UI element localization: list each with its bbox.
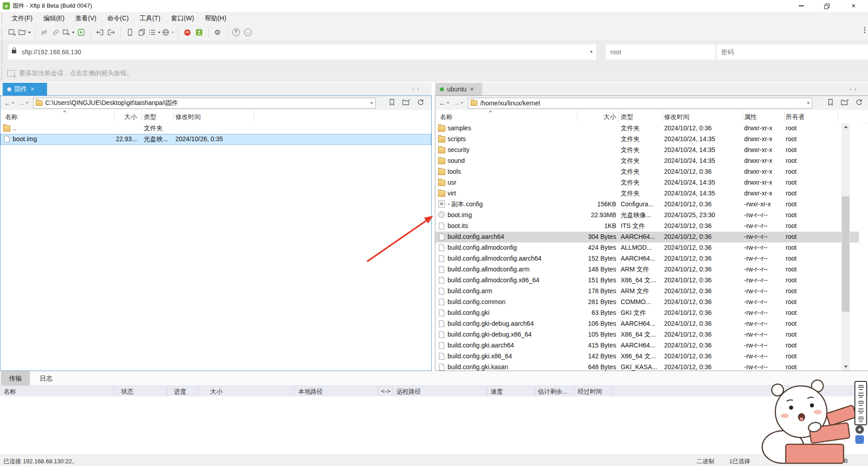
disconnect-button[interactable] xyxy=(38,27,49,38)
help-button[interactable]: ? xyxy=(231,27,241,38)
menu-file[interactable]: 文件(F) xyxy=(6,12,38,25)
new-session-button[interactable] xyxy=(62,27,75,38)
run-button[interactable] xyxy=(75,27,86,38)
tab-close-icon[interactable]: ✕ xyxy=(470,86,474,92)
t-col-speed[interactable]: 速度 xyxy=(491,388,503,396)
tab-scroll-arrows[interactable]: ‹› xyxy=(849,86,859,92)
menu-help[interactable]: 帮助(H) xyxy=(199,12,231,25)
view-mode-button[interactable] xyxy=(148,27,160,38)
transfer-right-button[interactable] xyxy=(106,27,117,38)
tab-log[interactable]: 日志 xyxy=(33,371,59,385)
tab-remote-ubuntu[interactable]: ubuntu ✕ xyxy=(435,83,482,95)
xshell-button[interactable] xyxy=(182,27,193,38)
remote-path-field[interactable]: /home/xu/linux/kernel xyxy=(468,98,812,109)
t-col-progress[interactable]: 进度 xyxy=(174,388,186,396)
toolbar-grip[interactable] xyxy=(1,67,2,80)
open-session-button[interactable] xyxy=(18,27,31,38)
t-col-eta[interactable]: 估计剩余... xyxy=(538,388,567,396)
forward-caret-icon[interactable] xyxy=(26,102,28,104)
restore-button[interactable] xyxy=(815,0,838,12)
t-col-name[interactable]: 名称 xyxy=(4,388,16,396)
file-row[interactable]: usr文件夹2024/10/24, 14:35drwxr-xr-xroot xyxy=(435,177,859,188)
menu-edit[interactable]: 编辑(E) xyxy=(38,12,70,25)
file-row[interactable]: build.config.allmodconfig424 BytesALLMOD… xyxy=(435,243,859,253)
new-window-button[interactable] xyxy=(6,27,17,38)
t-col-direction[interactable]: <-> xyxy=(381,388,390,395)
file-row[interactable]: build.config.aarch64304 BytesAARCH64...2… xyxy=(435,232,859,243)
t-col-status[interactable]: 状态 xyxy=(121,388,133,396)
path-dropdown-caret-icon[interactable] xyxy=(370,102,373,104)
menu-tools[interactable]: 工具(T) xyxy=(134,12,166,25)
column-header-owner[interactable]: 所有者 xyxy=(786,113,805,121)
vertical-scrollbar[interactable] xyxy=(841,123,850,371)
path-dropdown-caret-icon[interactable] xyxy=(807,102,810,104)
file-row[interactable]: build.config.allmodconfig.aarch64152 Byt… xyxy=(435,253,859,264)
address-dropdown-caret-icon[interactable] xyxy=(590,51,593,53)
toolbar-overflow-button[interactable] xyxy=(864,27,865,33)
file-row[interactable]: boot.img22.93...光盘映...2024/10/26, 0:35 xyxy=(0,134,431,145)
feedback-button[interactable]: … xyxy=(242,27,253,38)
address-input[interactable] xyxy=(8,44,596,60)
toolbar-grip[interactable] xyxy=(1,42,2,62)
file-row[interactable]: security文件夹2024/10/24, 14:35drwxr-xr-xro… xyxy=(435,145,859,156)
column-header-type[interactable]: 类型 xyxy=(621,113,633,121)
tab-close-icon[interactable]: ✕ xyxy=(30,86,35,92)
duplicate-pane-button[interactable] xyxy=(136,27,147,38)
file-row[interactable]: build.config.arm178 BytesARM 文件2024/10/1… xyxy=(435,286,859,297)
back-button[interactable]: ← xyxy=(4,99,11,107)
back-caret-icon[interactable] xyxy=(447,102,449,104)
file-row[interactable]: ..文件夹 xyxy=(0,123,431,134)
xftp-button[interactable] xyxy=(193,27,204,38)
username-input[interactable] xyxy=(606,44,715,60)
t-col-local-path[interactable]: 本地路径 xyxy=(298,388,323,396)
menu-window[interactable]: 窗口(W) xyxy=(166,12,200,25)
menu-command[interactable]: 命令(C) xyxy=(102,12,134,25)
file-row[interactable]: scripts文件夹2024/10/24, 14:35drwxr-xr-xroo… xyxy=(435,134,859,145)
file-row[interactable]: virt文件夹2024/10/24, 14:35drwxr-xr-xroot xyxy=(435,188,859,199)
t-col-elapsed[interactable]: 经过时间 xyxy=(578,388,602,396)
bookmark-icon[interactable] xyxy=(388,98,396,106)
forward-caret-icon[interactable] xyxy=(461,102,463,104)
tab-transfer[interactable]: 传输 xyxy=(1,371,30,385)
t-col-remote-path[interactable]: 远程路径 xyxy=(396,388,421,396)
refresh-icon[interactable] xyxy=(417,99,425,106)
file-row[interactable]: build.config.gki63 BytesGKI 文件2024/10/12… xyxy=(435,308,859,319)
file-row[interactable]: - 副本.config156KBConfigura...2024/10/12, … xyxy=(435,199,859,210)
column-header-name[interactable]: 名称 xyxy=(5,113,18,121)
file-row[interactable]: samples文件夹2024/10/12, 0:36drwxr-xr-xroot xyxy=(435,123,859,134)
back-caret-icon[interactable] xyxy=(12,102,14,104)
settings-button[interactable]: ⚙ xyxy=(212,27,223,38)
scroll-down-button[interactable] xyxy=(841,363,850,371)
toolbar-grip[interactable] xyxy=(1,14,2,23)
menu-view[interactable]: 查看(V) xyxy=(70,12,102,25)
encoding-button[interactable] xyxy=(161,27,174,38)
scroll-up-button[interactable] xyxy=(841,123,850,131)
file-row[interactable]: build.config.gki.kasan648 BytesGKI_KASA.… xyxy=(435,362,859,371)
tab-local-firmware[interactable]: 固件 ✕ xyxy=(3,83,47,95)
column-header-attr[interactable]: 属性 xyxy=(744,113,757,121)
back-button[interactable]: ← xyxy=(439,99,446,107)
file-row[interactable]: build.config.allmodconfig.arm148 BytesAR… xyxy=(435,264,859,275)
new-folder-icon[interactable] xyxy=(402,98,410,106)
transfer-left-button[interactable] xyxy=(94,27,105,38)
new-folder-icon[interactable] xyxy=(840,98,849,106)
file-row[interactable]: build.config.gki.aarch64415 BytesAARCH64… xyxy=(435,340,859,351)
file-row[interactable]: build.config.gki.x86_64142 BytesX86_64 文… xyxy=(435,351,859,362)
file-row[interactable]: sound文件夹2024/10/24, 14:35drwxr-xr-xroot xyxy=(435,156,859,166)
file-row[interactable]: boot.its1KBITS 文件2024/10/12, 0:36-rw-r--… xyxy=(435,221,859,232)
column-header-date[interactable]: 修改时间 xyxy=(664,113,689,121)
column-header-name[interactable]: 名称 xyxy=(440,113,453,121)
scrollbar-thumb[interactable] xyxy=(842,196,849,312)
column-header-size[interactable]: 大小 xyxy=(548,113,616,121)
column-header-type[interactable]: 类型 xyxy=(144,113,156,121)
close-button[interactable]: ✕ xyxy=(842,0,865,12)
file-row[interactable]: build.config.gki-debug.aarch64106 BytesA… xyxy=(435,319,859,329)
local-path-field[interactable]: C:\Users\QINGJUE\Desktop\git\taishanpai\… xyxy=(33,98,376,109)
forward-button[interactable]: → xyxy=(453,99,460,107)
column-header-date[interactable]: 修改时间 xyxy=(175,113,201,121)
reconnect-button[interactable] xyxy=(50,27,61,38)
file-row[interactable]: boot.img22.93MB光盘映像...2024/10/25, 23:30-… xyxy=(435,210,859,221)
tab-scroll-arrows[interactable]: ‹› xyxy=(412,86,422,92)
file-row[interactable]: tools文件夹2024/10/12, 0:36drwxr-xr-xroot xyxy=(435,166,859,177)
mobile-view-button[interactable] xyxy=(124,27,135,38)
